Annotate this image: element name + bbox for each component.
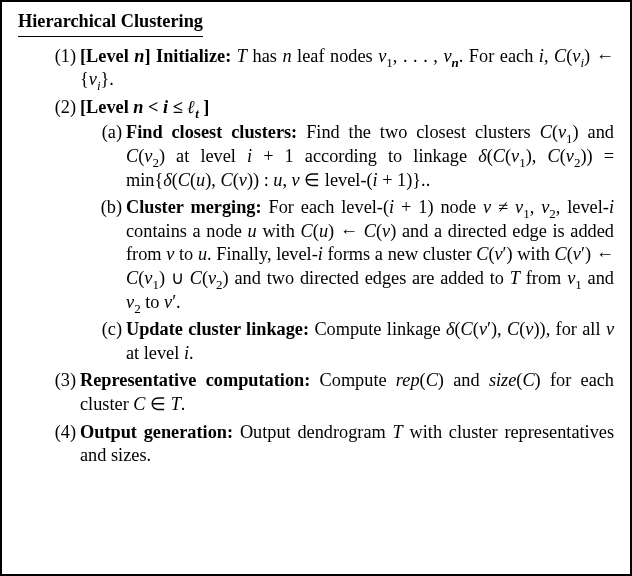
substep-label: Cluster merging: — [126, 197, 269, 217]
step-label: [Level n < i ≤ ℓt ] — [80, 97, 209, 117]
step-label: Output generation: — [80, 422, 240, 442]
step-label: [Level n] Initialize: — [80, 46, 237, 66]
step-number: (3) — [46, 369, 76, 393]
substep-number: (b) — [96, 196, 122, 220]
step-4: (4) Output generation: Output dendrogram… — [46, 421, 614, 468]
step-3: (3) Representative computation: Compute … — [46, 369, 614, 416]
step-2: (2) [Level n < i ≤ ℓt ] (a) Find closest… — [46, 96, 614, 366]
algorithm-box: Hierarchical Clustering (1) [Level n] In… — [0, 0, 632, 576]
step-1: (1) [Level n] Initialize: T has n leaf n… — [46, 45, 614, 92]
substep-a: (a) Find closest clusters: Find the two … — [96, 121, 614, 192]
step-number: (4) — [46, 421, 76, 445]
substep-number: (c) — [96, 318, 122, 342]
algorithm-title: Hierarchical Clustering — [18, 10, 203, 37]
substep-list: (a) Find closest clusters: Find the two … — [80, 121, 614, 365]
substep-b: (b) Cluster merging: For each level-(i +… — [96, 196, 614, 314]
step-number: (2) — [46, 96, 76, 120]
step-list: (1) [Level n] Initialize: T has n leaf n… — [18, 45, 614, 468]
substep-label: Update cluster linkage: — [126, 319, 314, 339]
step-number: (1) — [46, 45, 76, 69]
substep-label: Find closest clusters: — [126, 122, 306, 142]
substep-number: (a) — [96, 121, 122, 145]
substep-c: (c) Update cluster linkage: Compute link… — [96, 318, 614, 365]
step-label: Representative computation: — [80, 370, 320, 390]
